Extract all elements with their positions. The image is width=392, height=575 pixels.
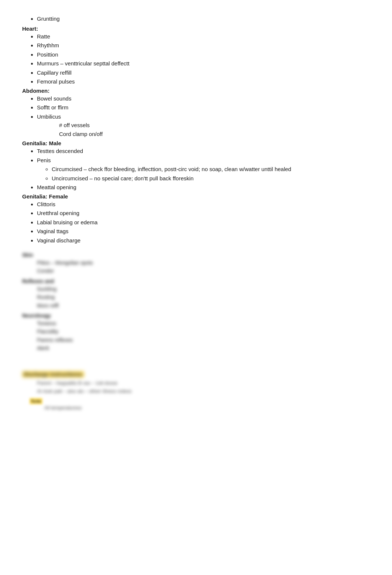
initial-bullet-item: Gruntting: [37, 15, 370, 23]
blurred-item: Rooting: [37, 293, 370, 301]
blurred-section-1: Skin Pittss – Mongolian spots Condor: [22, 252, 370, 275]
blurred-section1-items: Pittss – Mongolian spots Condor: [22, 259, 370, 275]
discharge-items: Parent – heppatitis B vax – 1stt dosse A…: [22, 379, 370, 395]
list-item: Meattal opening: [37, 183, 370, 192]
list-item: Rhythhm: [37, 41, 370, 50]
list-item: Capillary reffill: [37, 69, 370, 77]
list-item: Uncircumcised – no special care; don'tt …: [52, 174, 370, 183]
blurred-section2-items: Suckling Rooting Moro reffl: [22, 285, 370, 310]
genitalia-female-section-header: Genitalia: Female: [22, 193, 370, 200]
blurred-item: Flaccidity: [37, 327, 370, 336]
blurred-section3-items: Toneess Flaccidity Parens reflexes Alert…: [22, 319, 370, 353]
abdomen-list: Bowel sounds Sofftt or ffirm Umbilicus #…: [22, 95, 370, 139]
discharge-section: Discharge instructionss Parent – heppati…: [22, 371, 370, 412]
abdomen-section-header: Abdomen:: [22, 88, 370, 94]
blurred-section3-header: Neuroloogy: [22, 313, 370, 319]
list-item: Umbilicus # off vessels Cord clamp on/of…: [37, 113, 370, 139]
list-item: Bowel sounds: [37, 95, 370, 103]
blurred-item: Condor: [37, 267, 370, 275]
list-item: Sofftt or ffirm: [37, 103, 370, 112]
blurred-item: Pittss – Mongolian spots: [37, 259, 370, 267]
list-item: Clittoris: [37, 200, 370, 209]
penis-sub-list: Circumcised – check ffor bleeding, inffe…: [37, 165, 370, 183]
list-item: Vaginal ttags: [37, 227, 370, 236]
list-item: Penis Circumcised – check ffor bleeding,…: [37, 156, 370, 183]
blurred-item: At rissk patt – also als – otherr illnes…: [37, 387, 370, 395]
blurred-item: Moro reffl: [37, 302, 370, 310]
genitalia-male-list: Testtes descended Penis Circumcised – ch…: [22, 147, 370, 192]
genitalia-male-section-header: Genitalia: Male: [22, 140, 370, 146]
blurred-item: Parent – heppatitis B vax – 1stt dosse: [37, 379, 370, 387]
list-item: Vaginal discharge: [37, 237, 370, 245]
list-item: Ratte: [37, 33, 370, 41]
discharge-title: Discharge instructionss: [22, 371, 370, 378]
umbilicus-sub: # off vessels Cord clamp on/off: [37, 121, 370, 139]
list-item: Uretthral opening: [37, 209, 370, 218]
blurred-section1-header: Skin: [22, 252, 370, 258]
list-item: Circumcised – check ffor bleeding, inffe…: [52, 165, 370, 174]
umbilicus-sub-item: # off vessels: [59, 121, 370, 130]
discharge-sub-note: All temperaturess: [22, 404, 370, 412]
blurred-section-2: Reflexes and Suckling Rooting Moro reffl: [22, 278, 370, 310]
blurred-item: Parens reflexes: [37, 336, 370, 344]
list-item: Testtes descended: [37, 147, 370, 156]
blurred-item: Suckling: [37, 285, 370, 293]
blurred-section-3: Neuroloogy Toneess Flaccidity Parens ref…: [22, 313, 370, 353]
blurred-section2-header: Reflexes and: [22, 278, 370, 284]
heart-list: Ratte Rhythhm Posittion Murmurs – venttr…: [22, 33, 370, 86]
discharge-note-row: Note: [22, 398, 370, 404]
blurred-item: Toneess: [37, 319, 370, 327]
list-item: Posittion: [37, 51, 370, 59]
list-item: Labial bruising or edema: [37, 218, 370, 227]
genitalia-female-list: Clittoris Uretthral opening Labial bruis…: [22, 200, 370, 245]
list-item: Femoral pulses: [37, 78, 370, 86]
heart-section-header: Heart:: [22, 25, 370, 32]
list-item: Murmurs – venttricular septtal deffectt: [37, 59, 370, 68]
umbilicus-sub-item: Cord clamp on/off: [59, 130, 370, 139]
blurred-item: Alertt: [37, 344, 370, 352]
